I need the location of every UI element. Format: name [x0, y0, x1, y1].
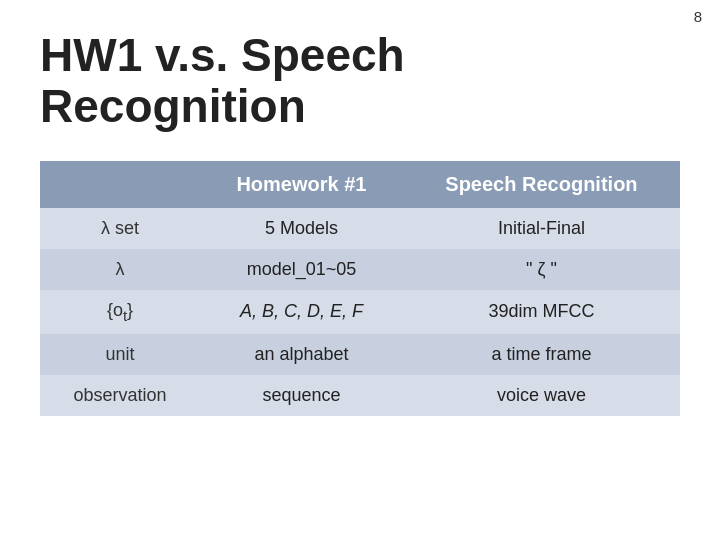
row5-col1: observation [40, 375, 200, 416]
row1-col2: 5 Models [200, 208, 403, 249]
row1-col3: Initial-Final [403, 208, 680, 249]
table-row: λ model_01~05 " ζ " [40, 249, 680, 290]
row4-col3: a time frame [403, 334, 680, 375]
page-title: HW1 v.s. Speech Recognition [40, 30, 680, 131]
row3-col2: A, B, C, D, E, F [200, 290, 403, 334]
main-content: HW1 v.s. Speech Recognition Homework #1 … [0, 0, 720, 436]
table-row: {ot} A, B, C, D, E, F 39dim MFCC [40, 290, 680, 334]
page-number: 8 [694, 8, 702, 25]
row5-col2: sequence [200, 375, 403, 416]
header-homework: Homework #1 [200, 161, 403, 208]
header-col1 [40, 161, 200, 208]
table-row: unit an alphabet a time frame [40, 334, 680, 375]
row2-col2: model_01~05 [200, 249, 403, 290]
row2-col3: " ζ " [403, 249, 680, 290]
row1-col1: λ set [40, 208, 200, 249]
header-speech: Speech Recognition [403, 161, 680, 208]
table-row: λ set 5 Models Initial-Final [40, 208, 680, 249]
row4-col2: an alphabet [200, 334, 403, 375]
comparison-table: Homework #1 Speech Recognition λ set 5 M… [40, 161, 680, 416]
row5-col3: voice wave [403, 375, 680, 416]
row3-col3: 39dim MFCC [403, 290, 680, 334]
row4-col1: unit [40, 334, 200, 375]
row3-col1: {ot} [40, 290, 200, 334]
row2-col1: λ [40, 249, 200, 290]
table-row: observation sequence voice wave [40, 375, 680, 416]
table-header-row: Homework #1 Speech Recognition [40, 161, 680, 208]
